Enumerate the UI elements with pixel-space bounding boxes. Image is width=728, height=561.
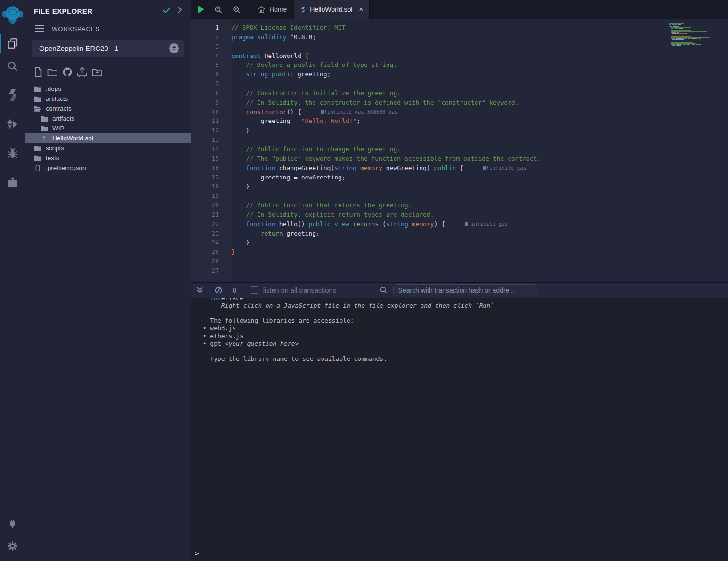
activity-bar — [0, 0, 25, 561]
terminal-output[interactable]: interface – Right click on a JavaScript … — [191, 298, 728, 561]
line-number: 12 — [191, 126, 231, 135]
folder-icon — [34, 155, 41, 161]
workspace-select[interactable]: OpenZeppelin ERC20 - 1 — [32, 40, 184, 57]
code-editor[interactable]: 1234567891011121314151617181920212223242… — [191, 19, 728, 282]
accept-check-icon[interactable] — [162, 7, 171, 15]
line-number: 26 — [191, 257, 231, 266]
terminal-search-icon — [380, 286, 388, 294]
code-line: function hello() public view returns (st… — [231, 220, 665, 229]
workspaces-menu-icon[interactable] — [35, 24, 44, 34]
gas-pump-icon — [321, 110, 324, 114]
line-number: 14 — [191, 145, 231, 154]
zoom-in-icon[interactable] — [232, 5, 241, 14]
search-icon[interactable] — [0, 55, 25, 77]
tree-item-artifacts[interactable]: artifacts — [25, 94, 191, 104]
tree-item-artifacts[interactable]: artifacts — [25, 114, 191, 123]
tree-item-helloworld-sol[interactable]: HelloWorld.sol — [25, 133, 191, 143]
code-line: // In Solidity, the constructor is defin… — [231, 98, 665, 107]
line-number: 17 — [191, 173, 231, 182]
tree-item--deps[interactable]: .deps — [25, 84, 191, 94]
solidity-file-icon — [300, 6, 306, 13]
transaction-search-input[interactable] — [393, 284, 537, 296]
code-line — [231, 79, 665, 89]
new-file-icon[interactable] — [33, 67, 43, 77]
tree-item-label: scripts — [46, 145, 64, 152]
code-line: // Declare a public field of type string… — [231, 60, 665, 70]
learneth-icon[interactable] — [0, 171, 25, 194]
terminal-link[interactable]: web3.js — [210, 325, 236, 332]
clone-from-github-icon[interactable] — [62, 67, 73, 77]
code-area[interactable]: // SPDX-License-Identifier: MITpragma so… — [231, 19, 665, 282]
terminal-line — [195, 309, 728, 317]
upload-folder-icon[interactable] — [92, 67, 103, 77]
folder-icon — [34, 96, 41, 102]
code-line: } — [231, 182, 665, 191]
tree-item--prettierrc-json[interactable]: {}.prettierrc.json — [25, 163, 191, 173]
plugin-manager-icon[interactable] — [0, 512, 25, 535]
line-number: 4 — [191, 51, 231, 61]
tree-item-label: tests — [46, 154, 59, 162]
tree-item-wip[interactable]: WIP — [25, 123, 191, 133]
tab-home[interactable]: Home — [251, 0, 293, 19]
code-line: // Constructor to initialize the greetin… — [231, 89, 665, 98]
run-script-button[interactable] — [198, 6, 204, 13]
listen-transactions-checkbox[interactable] — [251, 286, 258, 294]
terminal-line: Type the library name to see available c… — [195, 355, 728, 363]
folder-icon — [40, 125, 48, 131]
terminal-line: – Right click on a JavaScript file in th… — [195, 302, 728, 309]
minimap[interactable] — [665, 19, 728, 282]
code-line — [231, 135, 665, 145]
line-number: 5 — [191, 60, 231, 70]
solidity-compiler-icon[interactable] — [0, 84, 25, 106]
tree-item-label: artifacts — [52, 115, 74, 122]
tree-item-tests[interactable]: tests — [25, 153, 191, 163]
remix-logo-icon[interactable] — [2, 4, 23, 25]
tab-active-label: HelloWorld.sol — [310, 6, 352, 13]
minimap-divider — [722, 19, 722, 282]
tab-close-icon[interactable]: × — [359, 6, 363, 13]
workspace-selected-value: OpenZeppelin ERC20 - 1 — [39, 44, 169, 52]
settings-gear-icon[interactable] — [0, 535, 25, 557]
expand-chevron-icon[interactable] — [178, 7, 182, 15]
terminal-line: • web3.js — [195, 325, 728, 332]
gas-estimate-badge: infinite gas 368600 gas — [321, 107, 398, 117]
terminal-collapse-icon[interactable] — [196, 286, 203, 293]
home-icon — [257, 6, 266, 14]
line-number: 19 — [191, 191, 231, 201]
code-line: } — [231, 247, 665, 257]
file-explorer-icon[interactable] — [0, 32, 25, 55]
line-number: 3 — [191, 42, 231, 51]
line-number: 21 — [191, 210, 231, 220]
code-line: // In Solidity, explicit return types ar… — [231, 210, 665, 220]
gas-pump-icon — [465, 222, 468, 226]
tree-item-contracts[interactable]: contracts — [25, 104, 191, 114]
line-number: 20 — [191, 201, 231, 210]
code-line: greeting = newGreeting; — [231, 173, 665, 182]
code-line: // Public function that returns the gree… — [231, 201, 665, 210]
terminal-link[interactable]: ethers.js — [210, 333, 243, 340]
code-line: } — [231, 126, 665, 135]
editor-main: Home HelloWorld.sol × 123456789101112131… — [191, 0, 728, 561]
terminal-line: interface — [195, 298, 728, 302]
deploy-and-run-icon[interactable] — [0, 113, 25, 136]
terminal-prompt[interactable]: > — [195, 550, 199, 557]
terminal-clear-icon[interactable] — [215, 286, 222, 294]
tree-item-scripts[interactable]: scripts — [25, 143, 191, 153]
solidity-icon — [40, 135, 48, 141]
line-number: 15 — [191, 154, 231, 163]
new-folder-icon[interactable] — [47, 67, 58, 77]
code-line: function changeGreeting(string memory ne… — [231, 163, 665, 173]
tree-item-label: contracts — [46, 105, 72, 112]
line-number: 11 — [191, 116, 231, 126]
debugger-icon[interactable] — [0, 142, 25, 165]
upload-file-icon[interactable] — [77, 67, 88, 77]
line-number: 22 — [191, 220, 231, 229]
zoom-out-icon[interactable] — [214, 5, 223, 14]
code-line: string public greeting; — [231, 70, 665, 79]
code-line: // The "public" keyword makes the functi… — [231, 154, 665, 163]
line-number: 8 — [191, 89, 231, 98]
code-line — [231, 42, 665, 51]
file-explorer-panel: FILE EXPLORER WORKSPACES OpenZeppelin ER… — [25, 0, 191, 561]
panel-title: FILE EXPLORER — [34, 7, 156, 15]
tab-helloworld-sol[interactable]: HelloWorld.sol × — [293, 0, 369, 19]
